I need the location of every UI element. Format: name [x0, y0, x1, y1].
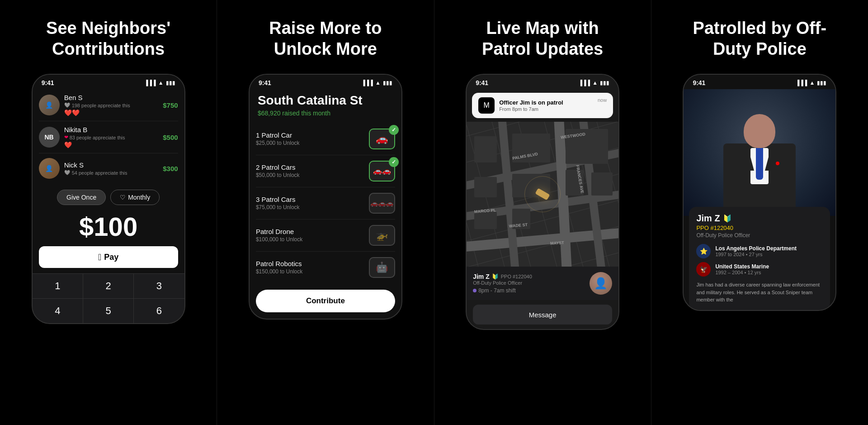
contributor-nick-amount: $300: [163, 165, 178, 172]
lapd-org: Los Angeles Police Department: [715, 245, 823, 252]
contributor-ben: 👤 Ben S 🩶 198 people appreciate this ❤️❤…: [39, 89, 178, 121]
heart-icon-nick: 🩶: [64, 170, 71, 176]
unlock-icon-1: 🚗 ✓: [369, 129, 395, 149]
lapd-years: 1997 to 2024 • 27 yrs: [715, 252, 823, 257]
notification-time: now: [598, 97, 607, 103]
phone-officer: 9:41 ▐▐▐ ▲ ▮▮▮: [683, 74, 836, 311]
profile-name: Jim Z 🔰: [696, 213, 823, 224]
key-5[interactable]: 5: [83, 299, 133, 323]
contributor-nikita-sub: ❤ 83 people appreciate this: [64, 134, 159, 140]
contributor-nick-info: Nick S 🩶 54 people appreciate this: [64, 161, 159, 176]
unlock-name-3: 3 Patrol Cars: [256, 196, 363, 203]
status-icons-1: ▐▐▐ ▲ ▮▮▮: [144, 80, 175, 86]
battery-icon-2: ▮▮▮: [383, 80, 392, 86]
street-name: South Catalina St: [258, 94, 393, 108]
block1: [474, 136, 497, 162]
unlock-item-3: 3 Patrol Cars $75,000 to Unlock 🚗🚗🚗: [256, 187, 395, 220]
wifi-icon-3: ▲: [592, 80, 598, 86]
unlock-price-3: $75,000 to Unlock: [256, 204, 363, 210]
unlock-items-list: 1 Patrol Car $25,000 to Unlock 🚗 ✓ 2 Pat…: [250, 123, 401, 283]
contributor-ben-sub: 🩶 198 people appreciate this: [64, 102, 159, 108]
officer-title-map: Off-Duty Police Officer: [473, 280, 585, 286]
unlock-header: South Catalina St $68,920 raised this mo…: [250, 89, 401, 123]
robot-icon: 🤖: [376, 262, 388, 273]
unlock-icon-2: 🚗🚗 ✓: [369, 161, 395, 181]
key-4[interactable]: 4: [33, 299, 83, 323]
car-icon-3: 🚗🚗🚗: [370, 200, 393, 207]
unlock-name-1: 1 Patrol Car: [256, 131, 363, 139]
suit-lapel-left: [729, 143, 754, 171]
unlock-info-4: Patrol Drone $100,000 to Unlock: [256, 228, 363, 243]
panel-unlock: Raise More to Unlock More 9:41 ▐▐▐ ▲ ▮▮▮…: [217, 0, 434, 425]
contributor-nikita-name: Nikita B: [64, 126, 159, 134]
suit-lapel-right: [765, 143, 790, 171]
lapd-info: Los Angeles Police Department 1997 to 20…: [715, 245, 823, 257]
car-icon-1: 🚗: [376, 133, 388, 145]
panel3-title: Live Map with Patrol Updates: [466, 18, 619, 59]
apple-logo-icon: : [98, 252, 101, 263]
avatar-nick: 👤: [39, 158, 60, 179]
marine-years: 1992 – 2004 • 12 yrs: [715, 270, 823, 275]
patrol-notification: M Officer Jim is on patrol From 8pm to 7…: [472, 93, 613, 118]
pay-label: Pay: [104, 253, 118, 262]
badge-icon-map: 🔰: [492, 273, 499, 280]
officer-profile-card: Jim Z 🔰 PPO #122040 Off-Duty Police Offi…: [689, 207, 830, 310]
notification-title: Officer Jim is on patrol: [499, 99, 593, 106]
unlock-name-4: Patrol Drone: [256, 228, 363, 235]
give-once-button[interactable]: Give Once: [57, 190, 106, 205]
phone-map: 9:41 ▐▐▐ ▲ ▮▮▮ M Officer Jim is on patro…: [466, 74, 619, 330]
status-bar-1: 9:41 ▐▐▐ ▲ ▮▮▮: [33, 75, 184, 89]
profile-badge-icon: 🔰: [723, 214, 732, 223]
marine-org: United States Marine: [715, 263, 823, 270]
contributors-list: 👤 Ben S 🩶 198 people appreciate this ❤️❤…: [33, 89, 184, 183]
car-icon-2: 🚗🚗: [373, 167, 391, 175]
key-3[interactable]: 3: [134, 274, 184, 298]
unlock-icon-5: 🤖: [369, 257, 395, 278]
numpad: 1 2 3 4 5 6: [33, 273, 184, 323]
battery-icon-4: ▮▮▮: [817, 80, 826, 86]
service-lapd: ⭐ Los Angeles Police Department 1997 to …: [696, 244, 823, 258]
unlock-info-2: 2 Patrol Cars $50,000 to Unlock: [256, 163, 363, 178]
key-1[interactable]: 1: [33, 274, 83, 298]
signal-icon-4: ▐▐▐: [796, 80, 807, 86]
battery-icon: ▮▮▮: [166, 80, 175, 86]
contributor-ben-amount: $750: [163, 101, 178, 109]
drone-icon: 🚁: [376, 229, 388, 241]
block4: [474, 177, 497, 197]
officer-ppo-map: PPO #122040: [501, 274, 532, 279]
profile-bio: Jim has had a diverse career spanning la…: [696, 281, 823, 304]
key-2[interactable]: 2: [83, 274, 133, 298]
battery-icon-3: ▮▮▮: [600, 80, 609, 86]
person-suit: [723, 143, 796, 216]
contributor-nick-name: Nick S: [64, 161, 159, 169]
hearts-nikita: ❤️: [64, 141, 159, 148]
monthly-button[interactable]: ♡ Monthly: [110, 190, 160, 205]
status-time-3: 9:41: [476, 79, 488, 86]
profile-role: Off-Duty Police Officer: [696, 232, 823, 239]
heart-icon-ben: 🩶: [64, 102, 71, 108]
key-6[interactable]: 6: [134, 299, 184, 323]
status-bar-2: 9:41 ▐▐▐ ▲ ▮▮▮: [250, 75, 401, 89]
unlock-price-4: $100,000 to Unlock: [256, 236, 363, 243]
panel-officer: Patrolled by Off-Duty Police 9:41 ▐▐▐ ▲ …: [651, 0, 868, 425]
profile-ppo: PPO #122040: [696, 224, 823, 231]
marine-info: United States Marine 1992 – 2004 • 12 yr…: [715, 263, 823, 275]
notification-app-icon: M: [478, 97, 495, 114]
avatar-nikita: NB: [39, 127, 60, 148]
unlock-item-2: 2 Patrol Cars $50,000 to Unlock 🚗🚗 ✓: [256, 155, 395, 187]
contributor-nikita-info: Nikita B ❤ 83 people appreciate this ❤️: [64, 126, 159, 148]
unlock-info-3: 3 Patrol Cars $75,000 to Unlock: [256, 196, 363, 210]
unlock-price-5: $150,000 to Unlock: [256, 268, 363, 275]
contributor-ben-name: Ben S: [64, 94, 159, 101]
status-time-4: 9:41: [693, 79, 705, 86]
contribute-button[interactable]: Contribute: [256, 290, 395, 312]
apple-pay-button[interactable]:  Pay: [39, 246, 178, 268]
message-button[interactable]: Message: [473, 305, 612, 325]
unlock-name-5: Patrol Robotics: [256, 260, 363, 267]
officer-photo: [684, 89, 835, 216]
unlock-info-1: 1 Patrol Car $25,000 to Unlock: [256, 131, 363, 146]
status-icons-4: ▐▐▐ ▲ ▮▮▮: [796, 80, 826, 86]
status-icons-3: ▐▐▐ ▲ ▮▮▮: [579, 80, 609, 86]
marine-badge-icon: 🦅: [696, 262, 711, 277]
check-icon-2: ✓: [389, 157, 399, 167]
